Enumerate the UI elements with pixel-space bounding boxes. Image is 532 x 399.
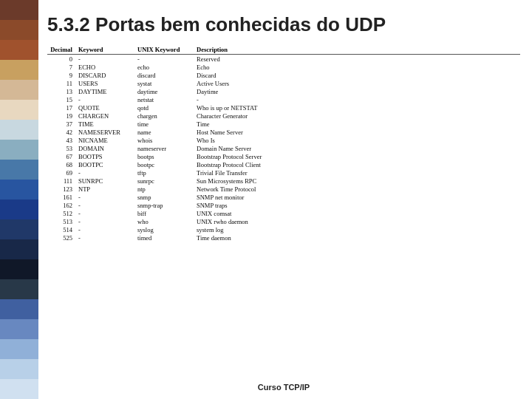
table-cell: -	[75, 209, 134, 217]
table-row: 53DOMAINnameserverDomain Name Server	[47, 144, 520, 152]
color-segment	[0, 100, 38, 120]
table-row: 513-whoUNIX rwho daemon	[47, 217, 520, 225]
color-segment	[0, 259, 38, 279]
table-cell: 7	[47, 63, 75, 71]
color-segment	[0, 20, 38, 40]
col-header-decimal: Decimal	[47, 45, 75, 55]
table-cell: system log	[194, 225, 520, 233]
table-row: 43NICNAMEwhoisWho Is	[47, 136, 520, 144]
table-cell: Time daemon	[194, 233, 520, 242]
table-cell: CHARGEN	[75, 112, 134, 120]
color-segment	[0, 299, 38, 319]
table-cell: ntp	[134, 185, 194, 193]
color-segment	[0, 40, 38, 60]
table-cell: TIME	[75, 120, 134, 128]
table-row: 11USERSsystatActive Users	[47, 79, 520, 87]
table-cell: Daytime	[194, 87, 520, 95]
color-segment	[0, 219, 38, 239]
footer-text: Curso TCP/IP	[47, 383, 520, 392]
table-cell: bootps	[134, 152, 194, 160]
table-cell: 161	[47, 193, 75, 201]
table-cell: Who is up or NETSTAT	[194, 103, 520, 112]
table-cell: SNMP traps	[194, 201, 520, 209]
color-segment	[0, 0, 38, 20]
color-segment	[0, 379, 38, 399]
table-cell: 525	[47, 233, 75, 242]
table-cell: 37	[47, 120, 75, 128]
table-row: 13DAYTIMEdaytimeDaytime	[47, 87, 520, 95]
table-cell: -	[75, 217, 134, 225]
udp-ports-table: Decimal Keyword UNIX Keyword Description…	[47, 45, 520, 242]
table-cell: systat	[134, 79, 194, 87]
table-cell: -	[75, 95, 134, 103]
table-row: 512-biffUNIX comsat	[47, 209, 520, 217]
table-row: 9DISCARDdiscardDiscard	[47, 71, 520, 79]
table-cell: who	[134, 217, 194, 225]
table-cell: Host Name Server	[194, 128, 520, 136]
table-container: Decimal Keyword UNIX Keyword Description…	[47, 45, 520, 378]
table-cell: -	[134, 55, 194, 64]
table-cell: UNIX comsat	[194, 209, 520, 217]
table-cell: BOOTPS	[75, 152, 134, 160]
table-cell: BOOTPC	[75, 160, 134, 168]
table-cell: Character Generator	[194, 112, 520, 120]
table-cell: -	[75, 168, 134, 177]
table-row: 525-timedTime daemon	[47, 233, 520, 242]
color-segment	[0, 80, 38, 100]
table-cell: daytime	[134, 87, 194, 95]
table-cell: 42	[47, 128, 75, 136]
table-cell: 9	[47, 71, 75, 79]
table-cell: Active Users	[194, 79, 520, 87]
table-cell: 123	[47, 185, 75, 193]
table-row: 15-netstat-	[47, 95, 520, 103]
table-cell: Reserved	[194, 55, 520, 64]
table-cell: 162	[47, 201, 75, 209]
table-cell: -	[75, 193, 134, 201]
table-cell: Time	[194, 120, 520, 128]
table-cell: Sun Microsystems RPC	[194, 177, 520, 185]
table-cell: 53	[47, 144, 75, 152]
table-cell: QUOTE	[75, 103, 134, 112]
table-cell: 19	[47, 112, 75, 120]
color-segment	[0, 140, 38, 160]
table-cell: 513	[47, 217, 75, 225]
table-cell: SNMP net monitor	[194, 193, 520, 201]
table-cell: -	[75, 201, 134, 209]
table-cell: tftp	[134, 168, 194, 177]
table-cell: 43	[47, 136, 75, 144]
table-row: 123NTPntpNetwork Time Protocol	[47, 185, 520, 193]
table-cell: NAMESERVER	[75, 128, 134, 136]
table-cell: ECHO	[75, 63, 134, 71]
table-cell: SUNRPC	[75, 177, 134, 185]
table-cell: 514	[47, 225, 75, 233]
table-row: 514-syslogsystem log	[47, 225, 520, 233]
table-cell: Discard	[194, 71, 520, 79]
table-cell: 15	[47, 95, 75, 103]
table-cell: whois	[134, 136, 194, 144]
table-cell: 17	[47, 103, 75, 112]
table-cell: DOMAIN	[75, 144, 134, 152]
table-cell: 67	[47, 152, 75, 160]
col-header-unix: UNIX Keyword	[134, 45, 194, 55]
table-cell: 111	[47, 177, 75, 185]
table-row: 161-snmpSNMP net monitor	[47, 193, 520, 201]
table-cell: echo	[134, 63, 194, 71]
table-cell: 68	[47, 160, 75, 168]
table-cell: Domain Name Server	[194, 144, 520, 152]
table-cell: syslog	[134, 225, 194, 233]
page-title: 5.3.2 Portas bem conhecidas do UDP	[47, 13, 520, 36]
color-segment	[0, 200, 38, 219]
color-segment	[0, 160, 38, 180]
col-header-desc: Description	[194, 45, 520, 55]
color-segment	[0, 180, 38, 200]
table-cell: USERS	[75, 79, 134, 87]
table-cell: bootpc	[134, 160, 194, 168]
table-cell: timed	[134, 233, 194, 242]
table-cell: qotd	[134, 103, 194, 112]
table-cell: -	[75, 233, 134, 242]
table-cell: time	[134, 120, 194, 128]
table-row: 67BOOTPSbootpsBootstrap Protocol Server	[47, 152, 520, 160]
color-bar	[0, 0, 38, 399]
color-segment	[0, 339, 38, 359]
col-header-keyword: Keyword	[75, 45, 134, 55]
